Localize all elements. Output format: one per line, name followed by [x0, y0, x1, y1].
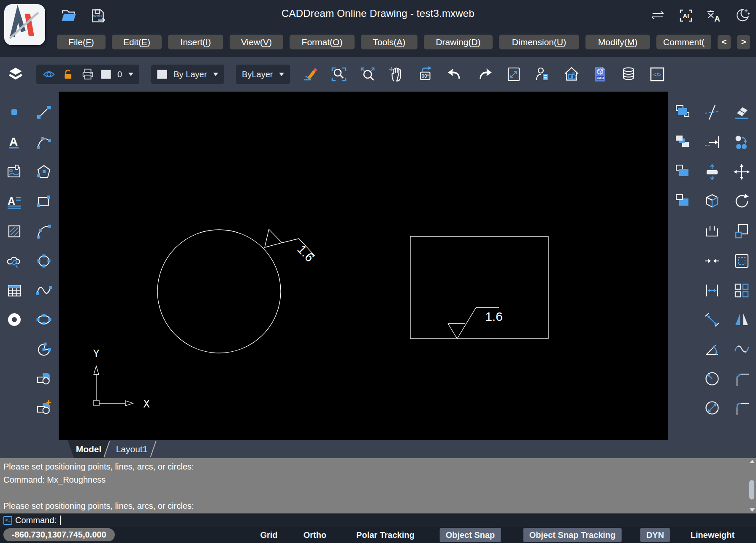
menu-edit[interactable]: Edit(E): [112, 35, 162, 49]
dark-mode-icon[interactable]: [734, 8, 750, 24]
explode-icon[interactable]: [704, 193, 721, 210]
user-list-icon[interactable]: [534, 66, 551, 83]
linetype-select-caret-icon[interactable]: [279, 73, 284, 76]
unlock-icon[interactable]: [62, 68, 75, 81]
swap-icon[interactable]: [650, 8, 666, 23]
layers-icon[interactable]: [7, 65, 24, 83]
menu-tools[interactable]: Tools(A): [361, 35, 417, 49]
home-drawing-icon[interactable]: [563, 65, 580, 83]
draft-pencil-icon[interactable]: [302, 66, 319, 83]
extend-icon[interactable]: [704, 134, 721, 151]
color-select-caret-icon[interactable]: [213, 73, 218, 76]
break-icon[interactable]: [704, 223, 721, 240]
rectangle-icon[interactable]: [35, 193, 52, 210]
hatch-icon[interactable]: [6, 223, 23, 240]
layer-color-swatch[interactable]: [101, 70, 111, 79]
trim-icon[interactable]: [704, 104, 721, 121]
color-swatch[interactable]: [157, 70, 167, 79]
draw-order-above-icon[interactable]: [674, 163, 691, 180]
menu-dimension[interactable]: Dimension(U): [499, 35, 579, 49]
visibility-eye-icon[interactable]: [42, 68, 56, 81]
donut-icon[interactable]: [6, 311, 23, 328]
dim-angular-icon[interactable]: [704, 341, 721, 358]
dim-radius-icon[interactable]: [704, 370, 721, 387]
copy-icon[interactable]: [733, 134, 750, 151]
move-icon[interactable]: [733, 163, 750, 180]
menu-comment[interactable]: Comment(: [656, 35, 711, 49]
circle-icon[interactable]: [35, 252, 52, 269]
zoom-window-icon[interactable]: [331, 66, 347, 83]
toggle-lineweight[interactable]: Lineweight: [685, 528, 740, 542]
stretch-icon[interactable]: [704, 163, 721, 180]
fillet-icon[interactable]: [733, 399, 750, 416]
draw-order-back-icon[interactable]: [674, 134, 691, 151]
scroll-up-icon[interactable]: [750, 460, 755, 463]
toggle-dyn[interactable]: DYN: [640, 528, 670, 542]
tab-model[interactable]: Model: [68, 440, 110, 458]
spline-icon[interactable]: [35, 282, 52, 299]
cad-file-icon[interactable]: CAD: [592, 65, 608, 83]
erase-icon[interactable]: [733, 104, 750, 121]
draw-order-below-icon[interactable]: [674, 193, 691, 210]
toggle-grid[interactable]: Grid: [254, 528, 283, 542]
image-icon[interactable]: [6, 163, 23, 180]
chamfer-icon[interactable]: [733, 370, 750, 387]
menu-scroll-left-button[interactable]: <: [718, 35, 731, 49]
command-input-row[interactable]: >_ Command:: [0, 513, 756, 527]
mirror-icon[interactable]: [733, 311, 750, 328]
menu-view[interactable]: View(V): [230, 35, 283, 49]
linetype-select-value[interactable]: ByLayer: [242, 70, 273, 79]
ellipse-icon[interactable]: [35, 311, 52, 328]
roughness-value-circle[interactable]: 1.6: [295, 242, 317, 264]
database-icon[interactable]: [620, 66, 637, 83]
scale-icon[interactable]: [733, 223, 750, 240]
code-icon[interactable]: </>: [649, 66, 666, 83]
pan-hand-icon[interactable]: [388, 66, 405, 83]
menu-insert[interactable]: Insert(I): [168, 35, 223, 49]
menu-drawing[interactable]: Drawing(D): [424, 35, 493, 49]
command-history[interactable]: Please set positioning points, lines, ar…: [0, 458, 756, 513]
toggle-ortho[interactable]: Ortho: [298, 528, 332, 542]
scroll-down-icon[interactable]: [750, 508, 755, 512]
roughness-value-rect[interactable]: 1.6: [485, 310, 503, 323]
polygon-icon[interactable]: [35, 163, 52, 180]
line-icon[interactable]: [35, 104, 52, 121]
toggle-object-snap[interactable]: Object Snap: [440, 528, 501, 542]
draw-order-front-icon[interactable]: [674, 104, 691, 121]
ai-icon[interactable]: AI: [678, 8, 694, 23]
zoom-extents-icon[interactable]: [359, 66, 376, 83]
table-icon[interactable]: [6, 282, 23, 299]
redo-icon[interactable]: [476, 65, 493, 83]
color-select-value[interactable]: By Layer: [173, 70, 207, 79]
revision-cloud-icon[interactable]: [6, 252, 23, 269]
polyline-icon[interactable]: [35, 223, 52, 240]
entity-rectangle[interactable]: [410, 236, 548, 339]
toggle-object-snap-tracking[interactable]: Object Snap Tracking: [523, 528, 622, 542]
scroll-thumb[interactable]: [749, 480, 754, 500]
rotate-icon[interactable]: [733, 193, 750, 210]
dim-aligned-icon[interactable]: [704, 311, 721, 328]
point-icon[interactable]: [6, 104, 23, 121]
arc-icon[interactable]: [35, 134, 52, 151]
viewport-scale-icon[interactable]: [505, 66, 522, 83]
drawing-canvas[interactable]: 1.6 1.6 Y X: [59, 92, 668, 440]
tab-layout1[interactable]: Layout1: [109, 440, 154, 458]
dim-diameter-icon[interactable]: [704, 399, 721, 416]
elliptical-arc-icon[interactable]: [35, 341, 52, 358]
undo-icon[interactable]: [446, 65, 464, 83]
single-text-icon[interactable]: A: [6, 134, 23, 151]
menu-modify[interactable]: Modify(M): [585, 35, 650, 49]
history-scrollbar[interactable]: [749, 459, 755, 513]
menu-scroll-right-button[interactable]: >: [737, 35, 750, 49]
layer-select-caret-icon[interactable]: [128, 73, 133, 76]
create-block-icon[interactable]: [35, 399, 52, 416]
menu-format[interactable]: Format(O): [290, 35, 355, 49]
entity-circle[interactable]: [157, 230, 281, 353]
insert-block-icon[interactable]: [35, 370, 52, 387]
printer-icon[interactable]: [81, 68, 95, 81]
offset-icon[interactable]: [733, 252, 750, 269]
array-icon[interactable]: [733, 282, 750, 299]
layer-select-value[interactable]: 0: [117, 70, 122, 79]
join-icon[interactable]: [704, 252, 721, 269]
dim-linear-icon[interactable]: [704, 282, 721, 299]
